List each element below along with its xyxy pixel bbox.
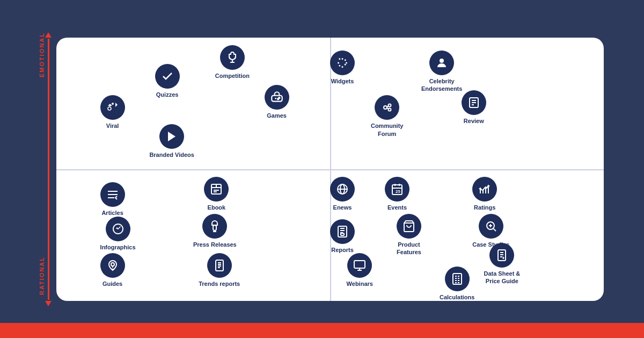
arrow-head-down bbox=[45, 301, 52, 306]
case-studies-icon bbox=[479, 214, 503, 239]
widgets-label: Widgets bbox=[331, 77, 354, 85]
item-competition[interactable]: Competition bbox=[215, 45, 250, 80]
branded-videos-icon bbox=[159, 124, 184, 149]
item-events[interactable]: 25 Events bbox=[385, 177, 409, 211]
viral-icon bbox=[100, 95, 125, 120]
events-label: Events bbox=[387, 204, 407, 211]
webinars-label: Webinars bbox=[347, 280, 373, 287]
item-ratings[interactable]: Ratings bbox=[472, 177, 497, 211]
svg-rect-37 bbox=[213, 225, 216, 231]
item-enews[interactable]: Enews bbox=[330, 177, 355, 211]
item-trends-reports[interactable]: Trends reports bbox=[199, 253, 240, 287]
svg-point-10 bbox=[384, 106, 387, 109]
community-forum-icon bbox=[375, 95, 399, 120]
item-webinars[interactable]: Webinars bbox=[347, 253, 373, 287]
ratings-icon bbox=[472, 177, 497, 202]
svg-text:25: 25 bbox=[396, 189, 400, 194]
y-axis: EMOTIONAL RATIONAL bbox=[32, 27, 54, 312]
widgets-icon bbox=[330, 51, 355, 75]
product-features-label: Product Features bbox=[385, 241, 433, 256]
item-games[interactable]: Games bbox=[265, 85, 289, 119]
svg-rect-4 bbox=[272, 95, 282, 101]
quizzes-label: Quizzes bbox=[156, 91, 179, 98]
celebrity-icon bbox=[429, 51, 454, 75]
guides-icon bbox=[100, 253, 125, 278]
guides-label: Guides bbox=[103, 280, 122, 287]
viral-label: Viral bbox=[106, 122, 119, 130]
item-press-releases[interactable]: Press Releases bbox=[193, 214, 237, 248]
competition-icon bbox=[220, 45, 245, 70]
celebrity-label: Celebrity Endorsements bbox=[418, 77, 466, 93]
press-releases-label: Press Releases bbox=[193, 241, 237, 248]
enews-label: Enews bbox=[333, 204, 352, 211]
games-icon bbox=[265, 85, 289, 110]
item-articles[interactable]: Articles bbox=[100, 182, 125, 217]
chart-area: Viral Quizzes Competition Branded Videos bbox=[56, 38, 604, 301]
calculations-icon bbox=[445, 267, 470, 291]
item-product-features[interactable]: Product Features bbox=[385, 214, 433, 256]
item-community-forum[interactable]: Community Forum bbox=[363, 95, 411, 138]
item-ebook[interactable]: Ebook bbox=[204, 177, 229, 211]
competition-label: Competition bbox=[215, 72, 250, 80]
product-features-icon bbox=[397, 214, 421, 239]
svg-line-44 bbox=[493, 228, 495, 231]
svg-point-47 bbox=[111, 263, 114, 266]
review-label: Review bbox=[464, 117, 484, 125]
community-forum-label: Community Forum bbox=[363, 122, 411, 138]
ebook-icon bbox=[204, 177, 229, 202]
item-celebrity[interactable]: Celebrity Endorsements bbox=[418, 51, 466, 93]
ebook-label: Ebook bbox=[208, 204, 226, 211]
item-infographics[interactable]: Infographics bbox=[100, 217, 136, 251]
infographics-icon bbox=[106, 217, 130, 241]
events-icon: 25 bbox=[385, 177, 409, 202]
reports-label: Reports bbox=[331, 246, 354, 254]
item-data-sheet[interactable]: Data Sheet & Price Guide bbox=[478, 243, 526, 285]
item-review[interactable]: Review bbox=[462, 90, 486, 125]
data-sheet-icon bbox=[489, 243, 514, 268]
review-icon bbox=[462, 90, 486, 115]
webinars-icon bbox=[347, 253, 372, 278]
item-quizzes[interactable]: Quizzes bbox=[155, 64, 180, 98]
item-reports[interactable]: Reports bbox=[330, 219, 355, 254]
reports-icon bbox=[330, 219, 355, 244]
item-branded-videos[interactable]: Branded Videos bbox=[149, 124, 194, 159]
branded-videos-label: Branded Videos bbox=[149, 151, 194, 159]
svg-rect-55 bbox=[354, 261, 365, 268]
ratings-label: Ratings bbox=[474, 204, 495, 211]
item-guides[interactable]: Guides bbox=[100, 253, 125, 287]
y-axis-label-rational: RATIONAL bbox=[39, 256, 45, 295]
games-label: Games bbox=[267, 112, 287, 119]
svg-point-9 bbox=[440, 59, 444, 63]
infographics-label: Infographics bbox=[100, 243, 136, 251]
main-container: EMOTIONAL RATIONAL Viral Quizzes Competi… bbox=[27, 27, 617, 312]
trends-reports-label: Trends reports bbox=[199, 280, 240, 287]
item-viral[interactable]: Viral bbox=[100, 95, 125, 130]
svg-point-8 bbox=[277, 98, 279, 99]
press-releases-icon bbox=[202, 214, 227, 239]
svg-line-14 bbox=[387, 108, 389, 110]
enews-icon bbox=[330, 177, 355, 202]
arrow-line bbox=[48, 39, 49, 300]
articles-label: Articles bbox=[101, 209, 123, 217]
quizzes-icon bbox=[155, 64, 180, 89]
item-calculations[interactable]: Calculations bbox=[440, 267, 474, 301]
svg-rect-41 bbox=[341, 233, 344, 235]
articles-icon bbox=[100, 182, 125, 207]
svg-line-13 bbox=[387, 106, 389, 107]
arrow-head-up bbox=[45, 32, 52, 38]
svg-marker-3 bbox=[168, 132, 175, 141]
svg-point-0 bbox=[108, 107, 111, 110]
calculations-label: Calculations bbox=[440, 293, 474, 301]
y-axis-arrow bbox=[47, 32, 49, 306]
item-widgets[interactable]: Widgets bbox=[330, 51, 355, 85]
data-sheet-label: Data Sheet & Price Guide bbox=[478, 270, 526, 285]
svg-rect-59 bbox=[453, 274, 462, 284]
y-axis-label-emotional: EMOTIONAL bbox=[39, 32, 45, 77]
trends-reports-icon bbox=[207, 253, 232, 278]
